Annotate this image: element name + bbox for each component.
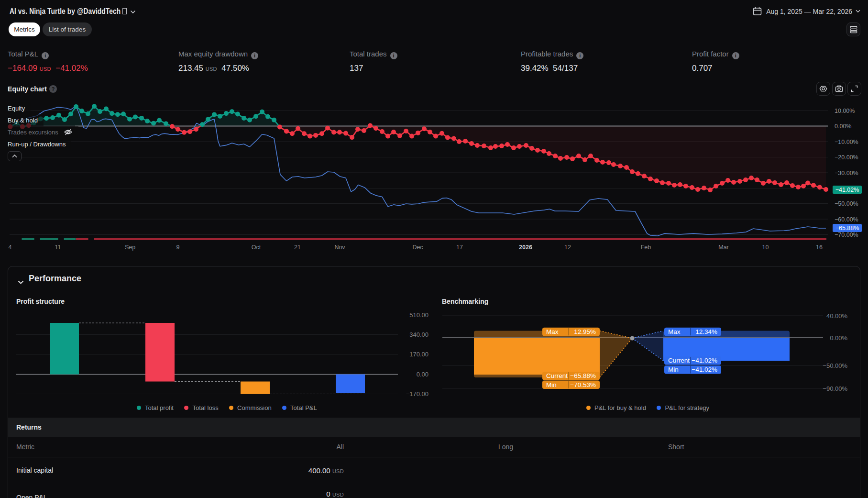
svg-text:16: 16: [816, 244, 823, 251]
svg-text:17: 17: [456, 244, 463, 251]
svg-text:40.00%: 40.00%: [826, 312, 848, 320]
svg-text:Nov: Nov: [334, 244, 345, 251]
svg-text:−65.88%: −65.88%: [570, 372, 596, 379]
svg-text:0.00: 0.00: [417, 371, 429, 378]
svg-text:−170.00: −170.00: [406, 390, 429, 398]
svg-text:−41.02%: −41.02%: [835, 187, 859, 193]
svg-text:12: 12: [564, 244, 571, 251]
svg-text:4: 4: [8, 244, 11, 251]
svg-text:12.34%: 12.34%: [695, 328, 717, 335]
svg-text:−90.00%: −90.00%: [823, 385, 847, 392]
svg-text:−65.88%: −65.88%: [835, 225, 859, 232]
svg-text:Min: Min: [546, 381, 557, 388]
svg-text:Feb: Feb: [641, 244, 651, 251]
svg-text:21: 21: [294, 244, 301, 251]
svg-text:11: 11: [55, 244, 61, 251]
svg-text:9: 9: [176, 244, 180, 251]
svg-text:12.95%: 12.95%: [574, 328, 596, 335]
svg-text:−41.02%: −41.02%: [692, 357, 717, 364]
svg-text:Min: Min: [668, 366, 679, 373]
svg-text:Dec: Dec: [412, 244, 423, 251]
svg-text:Current: Current: [546, 372, 568, 379]
svg-text:510.00: 510.00: [409, 311, 429, 319]
svg-text:Oct: Oct: [252, 244, 261, 251]
svg-text:−10.00%: −10.00%: [835, 139, 858, 145]
svg-text:0.00%: 0.00%: [830, 334, 847, 342]
svg-text:Max: Max: [668, 328, 681, 335]
svg-text:10: 10: [762, 244, 769, 251]
svg-text:−30.00%: −30.00%: [835, 170, 858, 177]
svg-text:−70.00%: −70.00%: [835, 232, 858, 238]
svg-text:0.00%: 0.00%: [835, 123, 851, 130]
svg-text:−20.00%: −20.00%: [835, 154, 858, 161]
svg-text:−41.02%: −41.02%: [692, 366, 717, 373]
svg-text:10.00%: 10.00%: [835, 108, 855, 114]
svg-text:−60.00%: −60.00%: [835, 216, 858, 223]
svg-text:−70.53%: −70.53%: [570, 381, 596, 388]
svg-text:Mar: Mar: [718, 244, 729, 251]
svg-text:Max: Max: [546, 328, 559, 335]
svg-text:Current: Current: [668, 357, 690, 364]
svg-text:Sep: Sep: [125, 244, 135, 251]
svg-text:340.00: 340.00: [409, 331, 429, 338]
svg-text:−50.00%: −50.00%: [823, 362, 847, 369]
svg-text:−50.00%: −50.00%: [835, 200, 858, 207]
svg-text:170.00: 170.00: [409, 351, 429, 358]
svg-text:2026: 2026: [519, 244, 532, 251]
